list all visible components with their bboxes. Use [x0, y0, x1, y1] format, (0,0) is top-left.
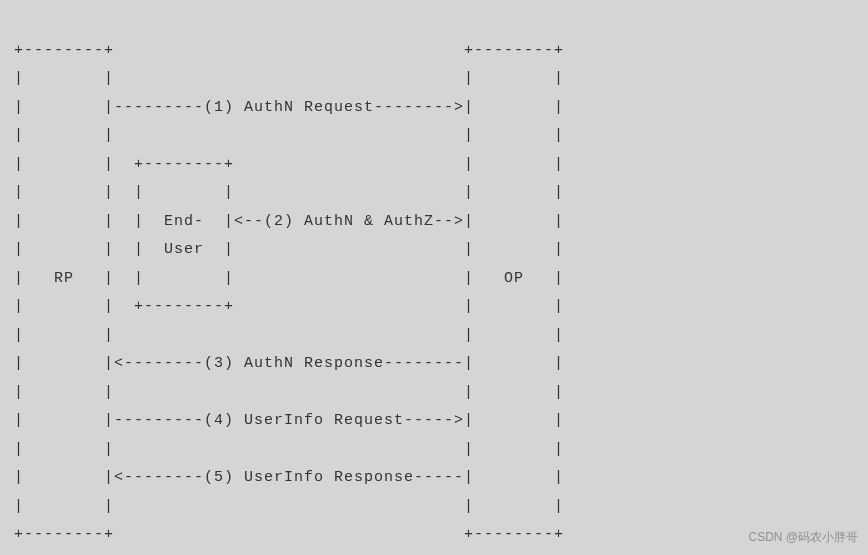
ascii-sequence-diagram: +--------+ +--------+ | | | | | |-------…	[14, 37, 854, 550]
watermark: CSDN @码农小胖哥	[748, 526, 858, 549]
